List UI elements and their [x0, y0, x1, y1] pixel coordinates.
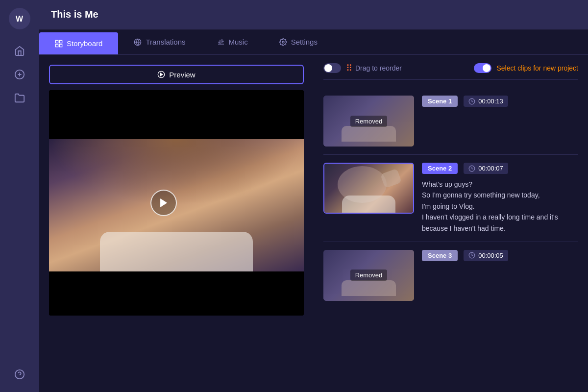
video-bottom-bar — [49, 271, 304, 316]
svg-point-17 — [282, 41, 284, 43]
scene-3-duration: 00:00:05 — [478, 252, 503, 259]
left-panel: Preview — [39, 55, 314, 392]
content-area: Preview — [39, 55, 588, 392]
drag-label: ⠿ Drag to reorder — [346, 63, 402, 74]
tab-bar: Storyboard Translations Music — [39, 29, 588, 55]
scene-item-2: Scene 2 00:00:07 What's up guys? So I'm … — [323, 155, 578, 242]
svg-rect-6 — [55, 40, 58, 43]
sidebar-item-help[interactable] — [10, 365, 29, 384]
scene-3-removed-label: Removed — [350, 270, 388, 281]
app-logo[interactable]: W — [9, 8, 30, 29]
scene-2-badge: Scene 2 — [422, 163, 458, 174]
scene-2-header: Scene 2 00:00:07 — [422, 163, 578, 174]
scene-1-removed-label: Removed — [350, 116, 388, 127]
scene-2-info: Scene 2 00:00:07 What's up guys? So I'm … — [422, 163, 578, 234]
svg-marker-19 — [161, 73, 163, 75]
select-toggle-thumb — [483, 64, 490, 72]
scene-1-info: Scene 1 00:00:13 — [422, 96, 578, 112]
svg-rect-7 — [59, 40, 62, 43]
sidebar-item-add[interactable] — [10, 65, 29, 84]
toolbar-right: Select clips for new project — [474, 63, 578, 73]
scene-2-time: 00:00:07 — [464, 163, 508, 174]
tab-music-label: Music — [229, 38, 248, 46]
drag-toggle[interactable] — [323, 63, 341, 73]
select-toggle[interactable] — [474, 63, 491, 73]
tab-settings-label: Settings — [291, 38, 318, 46]
tab-settings[interactable]: Settings — [264, 29, 333, 54]
svg-rect-8 — [55, 44, 58, 47]
main-area: This is Me Storyboard Translations — [39, 0, 588, 392]
scene-3-info: Scene 3 00:00:05 — [422, 250, 578, 266]
scene-3-header: Scene 3 00:00:05 — [422, 250, 578, 261]
scene-item-1: Removed Scene 1 00:00:13 — [323, 88, 578, 155]
page-title: This is Me — [51, 9, 98, 20]
tab-translations[interactable]: Translations — [118, 29, 201, 54]
sidebar: W — [0, 0, 39, 392]
svg-marker-20 — [161, 199, 167, 207]
scene-1-time: 00:00:13 — [464, 96, 508, 107]
scene-1-thumbnail: Removed — [323, 96, 414, 147]
tab-music[interactable]: Music — [201, 29, 264, 54]
select-label: Select clips for new project — [496, 64, 578, 72]
header: This is Me — [39, 0, 588, 29]
sidebar-item-home[interactable] — [10, 41, 29, 61]
svg-text:W: W — [16, 15, 24, 23]
tab-translations-label: Translations — [146, 38, 185, 46]
scene-3-thumbnail: Removed — [323, 250, 414, 301]
preview-label: Preview — [169, 71, 195, 79]
drag-toggle-thumb — [324, 64, 332, 72]
tab-storyboard-label: Storyboard — [67, 39, 102, 48]
tab-storyboard[interactable]: Storyboard — [39, 32, 118, 54]
scene-2-thumbnail — [323, 163, 414, 214]
scene-1-header: Scene 1 00:00:13 — [422, 96, 578, 107]
scene-item-3: Removed Scene 3 00:00:05 — [323, 242, 578, 309]
preview-button[interactable]: Preview — [49, 65, 304, 84]
right-panel: ⠿ Drag to reorder Select clips for new p… — [314, 55, 588, 392]
sidebar-item-folder[interactable] — [10, 88, 29, 108]
scene-1-duration: 00:00:13 — [478, 98, 503, 105]
play-button[interactable] — [150, 190, 177, 216]
svg-rect-9 — [59, 44, 62, 47]
scene-2-duration: 00:00:07 — [478, 165, 503, 172]
toolbar-left: ⠿ Drag to reorder — [323, 63, 402, 74]
video-top-bar — [49, 90, 304, 144]
scene-2-text: What's up guys? So I'm gonna try somethi… — [422, 179, 578, 234]
scene-3-time: 00:00:05 — [464, 250, 508, 261]
scene-1-badge: Scene 1 — [422, 96, 458, 107]
video-player — [49, 90, 304, 316]
scene-toolbar: ⠿ Drag to reorder Select clips for new p… — [323, 63, 578, 80]
scene-3-badge: Scene 3 — [422, 250, 458, 261]
